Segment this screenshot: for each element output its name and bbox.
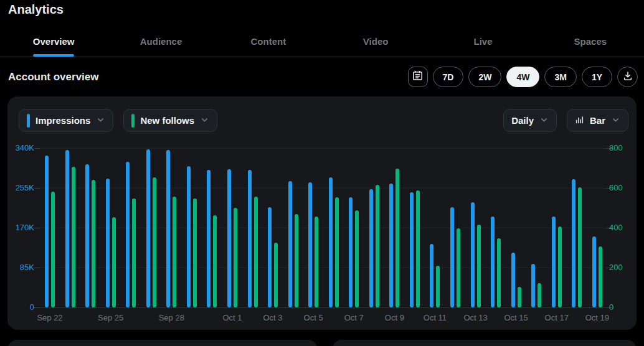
tab-video[interactable]: Video <box>322 26 429 57</box>
impressions-bar[interactable] <box>531 264 535 307</box>
new-follows-bar[interactable] <box>518 287 521 307</box>
new-follows-bar[interactable] <box>335 197 339 307</box>
impressions-bar[interactable] <box>65 150 69 307</box>
calendar-button[interactable] <box>408 67 428 87</box>
impressions-bar[interactable] <box>288 181 292 307</box>
new-follows-bar[interactable] <box>254 197 258 307</box>
new-follows-bar[interactable] <box>295 214 298 307</box>
new-follows-bar[interactable] <box>72 167 75 307</box>
x-axis-label: Sep 25 <box>92 313 130 322</box>
gridline <box>39 148 607 149</box>
range-button-3m[interactable]: 3M <box>544 67 576 87</box>
new-follows-bar[interactable] <box>578 187 582 307</box>
new-follows-bar[interactable] <box>153 177 156 307</box>
impressions-bar[interactable] <box>268 207 272 307</box>
gridline <box>39 188 607 189</box>
range-button-7d[interactable]: 7D <box>433 67 464 87</box>
impressions-bar[interactable] <box>45 156 49 307</box>
impressions-bar[interactable] <box>166 150 170 307</box>
x-axis-label: Oct 1 <box>214 313 251 322</box>
impressions-bar[interactable] <box>349 197 353 307</box>
impressions-bar[interactable] <box>106 179 110 307</box>
tab-audience[interactable]: Audience <box>107 26 214 57</box>
gridline <box>39 228 607 228</box>
new-follows-bar[interactable] <box>395 169 399 307</box>
new-follows-bar[interactable] <box>51 192 55 307</box>
new-follows-bar[interactable] <box>497 238 501 307</box>
right-axis-label: 200 <box>609 263 623 272</box>
tab-live[interactable]: Live <box>429 26 536 57</box>
range-button-1y[interactable]: 1Y <box>582 67 612 87</box>
section-title: Account overview <box>8 71 99 83</box>
impressions-bar[interactable] <box>85 164 89 307</box>
impressions-bar[interactable] <box>511 253 515 307</box>
chevron-down-icon <box>539 115 549 126</box>
new-follows-bar[interactable] <box>213 215 217 307</box>
left-axis-tick <box>34 188 40 189</box>
impressions-bar[interactable] <box>207 170 211 307</box>
impressions-bar[interactable] <box>227 169 231 307</box>
tab-overview[interactable]: Overview <box>0 26 107 57</box>
new-follows-bar[interactable] <box>537 283 541 307</box>
new-follows-bar[interactable] <box>416 190 420 307</box>
left-axis-label: 170K <box>7 223 34 232</box>
range-controls: 7D2W4W3M1Y <box>408 67 638 87</box>
new-follows-bar[interactable] <box>112 217 116 307</box>
new-follows-bar[interactable] <box>193 199 197 307</box>
new-follows-bar[interactable] <box>132 199 136 307</box>
impressions-bar[interactable] <box>410 192 414 307</box>
metric-dropdown-new-follows[interactable]: New follows <box>123 109 217 132</box>
impressions-bar[interactable] <box>491 217 495 307</box>
tab-content[interactable]: Content <box>215 26 322 57</box>
left-axis-label: 85K <box>7 263 34 272</box>
new-follows-bar[interactable] <box>599 246 602 307</box>
impressions-bar[interactable] <box>329 177 333 307</box>
new-follows-bar[interactable] <box>477 225 481 307</box>
impressions-bar[interactable] <box>592 236 596 307</box>
x-axis-label: Oct 9 <box>376 313 413 322</box>
new-follows-bar[interactable] <box>315 217 318 307</box>
account-overview-header: Account overview 7D2W4W3M1Y <box>0 57 644 96</box>
x-axis-label: Oct 7 <box>335 313 372 322</box>
impressions-bar[interactable] <box>430 244 433 307</box>
tab-label: Video <box>363 36 389 47</box>
impressions-bar[interactable] <box>126 162 130 307</box>
chevron-down-icon <box>96 115 105 126</box>
impressions-bar[interactable] <box>369 189 373 307</box>
new-follows-bar[interactable] <box>92 180 95 307</box>
impressions-bar[interactable] <box>389 184 393 307</box>
right-axis-label: 400 <box>609 223 623 232</box>
new-follows-bar[interactable] <box>173 197 176 307</box>
metric-dropdown-impressions[interactable]: Impressions <box>19 109 113 132</box>
left-axis-label: 0 <box>7 302 34 312</box>
metric-dropdown-label: Impressions <box>36 115 90 126</box>
lower-card-right <box>332 340 637 346</box>
impressions-bar[interactable] <box>450 207 454 307</box>
new-follows-bar[interactable] <box>457 228 460 307</box>
impressions-bar[interactable] <box>308 182 312 307</box>
page-title: Analytics <box>0 0 644 17</box>
impressions-bar[interactable] <box>248 170 252 307</box>
new-follows-bar[interactable] <box>274 243 278 307</box>
interval-dropdown[interactable]: Daily <box>503 109 557 132</box>
new-follows-bar[interactable] <box>436 266 440 307</box>
impressions-bar[interactable] <box>146 149 150 307</box>
metric-selectors: Impressions New follows <box>19 109 217 132</box>
new-follows-bar[interactable] <box>558 227 562 307</box>
impressions-bar[interactable] <box>187 166 191 307</box>
x-axis-label: Oct 3 <box>254 313 291 322</box>
impressions-bar[interactable] <box>552 217 556 307</box>
new-follows-bar[interactable] <box>376 185 379 307</box>
range-button-4w[interactable]: 4W <box>506 67 539 87</box>
x-axis-label: Oct 15 <box>498 313 535 322</box>
impressions-bar[interactable] <box>572 179 575 307</box>
range-button-2w[interactable]: 2W <box>468 67 501 87</box>
impressions-bar[interactable] <box>471 202 475 307</box>
gridline <box>39 268 607 268</box>
chart-type-dropdown[interactable]: Bar <box>567 109 628 132</box>
new-follows-bar[interactable] <box>355 210 359 307</box>
tab-spaces[interactable]: Spaces <box>537 26 644 57</box>
new-follows-bar[interactable] <box>234 208 237 307</box>
analytics-page: Analytics OverviewAudienceContentVideoLi… <box>0 0 644 346</box>
download-button[interactable] <box>617 67 638 87</box>
